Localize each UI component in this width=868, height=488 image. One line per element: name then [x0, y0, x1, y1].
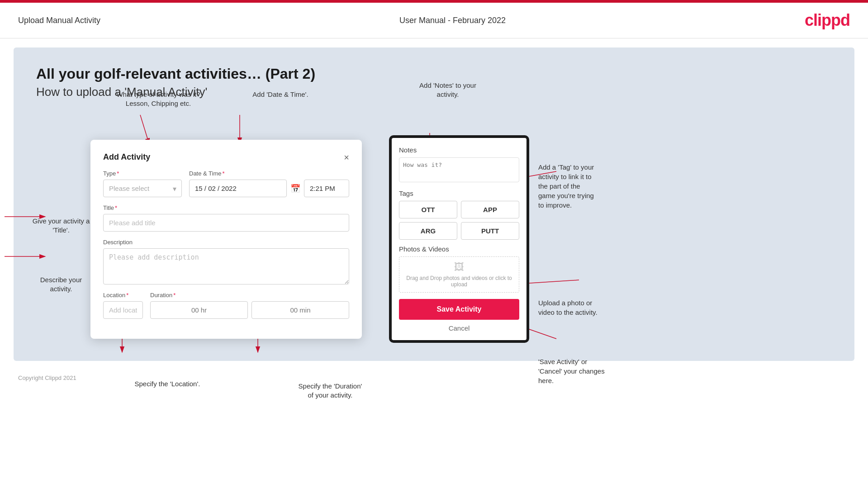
tag-ott[interactable]: OTT [399, 201, 457, 218]
header: Upload Manual Activity User Manual - Feb… [0, 3, 868, 38]
ann-notes-text: Add 'Notes' to youractivity. [403, 81, 493, 99]
phone-screen: Notes Tags OTT APP ARG PUTT Photos & Vid… [389, 135, 529, 343]
location-duration-row: Location* Duration* [103, 292, 349, 319]
type-group: Type* Please select [103, 170, 182, 197]
ann-duration-text: Specify the 'Duration'of your activity. [280, 382, 380, 399]
type-select[interactable]: Please select [103, 180, 182, 197]
duration-hr-input[interactable] [150, 301, 248, 319]
tags-grid: OTT APP ARG PUTT [399, 201, 519, 240]
description-group: Description [103, 239, 349, 284]
ann-datetime-text: Add 'Date & Time'. [240, 90, 321, 99]
datetime-group: Date & Time* 📅 [189, 170, 349, 197]
photos-section-label: Photos & Videos [399, 245, 519, 253]
tag-arg[interactable]: ARG [399, 222, 457, 240]
title-label: Title* [103, 204, 349, 211]
cancel-link[interactable]: Cancel [399, 324, 519, 332]
description-textarea[interactable] [103, 248, 349, 284]
type-select-wrapper: Please select [103, 180, 182, 197]
duration-min-input[interactable] [251, 301, 349, 319]
header-center-title: User Manual - February 2022 [399, 16, 506, 25]
duration-group: Duration* [150, 292, 349, 319]
date-input[interactable] [189, 180, 287, 197]
add-activity-modal: Add Activity × Type* Please select [90, 140, 362, 339]
datetime-label: Date & Time* [189, 170, 349, 177]
ann-save-text: 'Save Activity' or'Cancel' your changesh… [538, 357, 656, 385]
ann-title-text: Give your activity a'Title'. [32, 217, 90, 234]
location-input[interactable] [103, 301, 143, 319]
description-label: Description [103, 239, 349, 246]
notes-textarea[interactable] [399, 157, 519, 182]
right-panel: Add 'Notes' to youractivity. [389, 135, 529, 343]
modal-title: Add Activity [103, 152, 150, 162]
duration-wrapper [150, 301, 349, 319]
date-time-wrapper: 📅 [189, 180, 349, 197]
ann-description-text: Describe youractivity. [32, 275, 90, 293]
modal-header: Add Activity × [103, 152, 349, 162]
tag-app[interactable]: APP [461, 201, 519, 218]
header-left-title: Upload Manual Activity [18, 16, 100, 25]
tag-putt[interactable]: PUTT [461, 222, 519, 240]
ann-type-text: What type of activity was it?Lesson, Chi… [113, 90, 204, 108]
modal-wrapper: Add Activity × Type* Please select [90, 140, 362, 339]
save-activity-button[interactable]: Save Activity [399, 299, 519, 320]
title-input[interactable] [103, 214, 349, 232]
type-label: Type* [103, 170, 182, 177]
type-date-row: Type* Please select Date & Time* [103, 170, 349, 197]
location-group: Location* [103, 292, 143, 319]
page-title: All your golf-relevant activities… (Part… [36, 66, 832, 82]
main-content: All your golf-relevant activities… (Part… [14, 47, 854, 361]
ann-location-text: Specify the 'Location'. [122, 379, 213, 389]
tags-section-label: Tags [399, 190, 519, 197]
upload-icon: 🖼 [454, 261, 464, 273]
calendar-icon[interactable]: 📅 [290, 184, 300, 194]
clippd-logo: clippd [805, 11, 850, 30]
upload-text: Drag and Drop photos and videos or click… [399, 275, 519, 288]
notes-section-label: Notes [399, 146, 519, 154]
copyright: Copyright Clippd 2021 [18, 374, 76, 381]
close-button[interactable]: × [344, 153, 349, 162]
time-input[interactable] [304, 180, 349, 197]
duration-label: Duration* [150, 292, 349, 298]
title-group: Title* [103, 204, 349, 232]
ann-photo-text: Upload a photo orvideo to the activity. [538, 298, 651, 317]
location-label: Location* [103, 292, 143, 298]
ann-tag-text: Add a 'Tag' to youractivity to link it t… [538, 162, 665, 210]
upload-area[interactable]: 🖼 Drag and Drop photos and videos or cli… [399, 256, 519, 293]
